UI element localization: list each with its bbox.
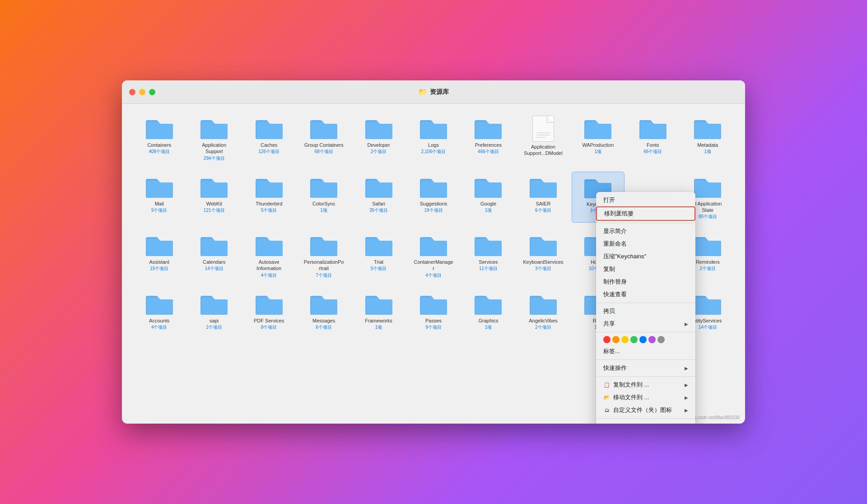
file-item[interactable]: Mail5个项目 [133,172,186,223]
context-menu-item[interactable]: 显示简介 [596,225,695,238]
file-item[interactable]: Passes9个项目 [407,289,460,333]
color-dot[interactable] [630,336,638,343]
context-menu-item[interactable]: 共享▶ [596,317,695,330]
context-menu-item[interactable]: 移到废纸篓 [596,206,695,221]
file-item[interactable]: Preferences466个项目 [462,113,515,164]
context-menu-item[interactable]: 制作替身 [596,275,695,288]
color-dot[interactable] [603,336,611,343]
context-menu-item[interactable]: 拷贝 [596,305,695,317]
file-count: 15个项目 [150,266,168,272]
folder-icon: 🗂 [603,406,611,414]
context-menu-item-label: 打开 [603,196,615,204]
folder-icon [419,174,448,199]
context-menu-item[interactable]: 标签... [596,345,695,358]
file-item[interactable]: Services11个项目 [462,230,515,281]
file-item[interactable] [407,341,460,346]
folder-icon [474,116,503,140]
file-count: 2个项目 [371,149,387,155]
file-item[interactable]: ColorSync1项 [297,172,350,223]
submenu-arrow-icon: ▶ [685,408,688,413]
file-item[interactable]: KeyboardServices3个项目 [517,230,569,281]
file-count: 8个项目 [261,324,277,331]
file-item[interactable]: PersonalizationPortrait7个项目 [297,230,350,281]
file-name: Suggestions [420,201,447,207]
file-item[interactable]: PDF Services8个项目 [242,289,295,333]
file-name: Messages [312,317,335,324]
folder-icon [529,291,558,316]
color-dot[interactable] [639,336,647,343]
color-dot[interactable] [657,336,665,343]
file-item[interactable]: sapi2个项目 [187,289,240,333]
folder-icon [145,116,174,140]
file-item[interactable]: AngelicVibes2个项目 [517,289,569,333]
file-item[interactable]: Assistant15个项目 [133,230,186,281]
folder-icon [529,233,558,257]
context-menu-item[interactable]: 压缩"Keychains" [596,250,695,263]
context-menu-item[interactable]: 🗂自定义文件（夹）图标▶ [596,404,695,416]
file-name: SAIER [536,201,550,207]
file-count: 7个项目 [316,272,332,279]
context-menu-item[interactable]: 快速查看 [596,288,695,301]
context-menu-item[interactable]: 快速操作▶ [596,362,695,374]
file-item[interactable] [517,341,569,346]
context-menu-item[interactable]: ✂️剪切 [596,420,695,424]
file-item[interactable]: Fonts66个项目 [626,113,679,164]
file-item[interactable]: Metadata1项 [681,113,734,164]
context-menu-item[interactable]: 📂移动文件到 ...▶ [596,391,695,404]
file-item[interactable]: Group Containers68个项目 [297,113,350,164]
file-item[interactable]: Graphics1项 [462,289,515,333]
folder-icon [255,233,284,257]
folder-icon-title: 📁 [418,88,427,96]
file-item[interactable]: WebKit121个项目 [187,172,240,223]
close-button[interactable] [129,89,135,95]
file-name: Application Support [194,142,234,155]
file-item[interactable]: Trial5个项目 [352,230,405,281]
maximize-button[interactable] [149,89,155,95]
context-menu-item-label: 移动文件到 ... [613,393,649,401]
file-item[interactable] [462,341,515,346]
file-item[interactable] [187,341,240,346]
file-count: 5个项目 [371,266,387,272]
file-count: 2个项目 [699,266,716,272]
file-item[interactable]: WAProduction1项 [572,113,625,164]
folder-icon [583,116,612,140]
file-item[interactable]: Accounts4个项目 [133,289,186,333]
context-menu-item[interactable]: 打开 [596,194,695,206]
file-item[interactable] [352,341,405,346]
file-item[interactable]: Developer2个项目 [352,113,405,164]
context-menu-item[interactable]: 复制 [596,263,695,275]
copy-icon: 📋 [603,381,611,388]
file-item[interactable]: Logs2,106个项目 [407,113,460,164]
context-menu-item-label: 快速操作 [603,364,627,372]
file-item[interactable]: Autosave Information4个项目 [242,230,295,281]
file-name: AngelicVibes [529,317,557,324]
file-item[interactable] [133,341,186,346]
file-item[interactable]: Caches126个项目 [242,113,295,164]
color-dot[interactable] [621,336,629,343]
context-menu-item[interactable]: 重新命名 [596,238,695,250]
file-item[interactable]: ContainerManager4个项目 [407,230,460,281]
minimize-button[interactable] [139,89,145,95]
file-count: 11个项目 [479,266,498,272]
file-item[interactable]: Application Support...DModel [517,113,569,164]
folder-icon [200,116,228,140]
file-item[interactable]: Messages6个项目 [297,289,350,333]
file-item[interactable]: Google1项 [462,172,515,223]
file-item[interactable]: Safari35个项目 [352,172,405,223]
file-item[interactable]: Containers408个项目 [133,113,186,164]
file-item[interactable]: Thunderbird5个项目 [242,172,295,223]
folder-icon [364,233,393,257]
file-item[interactable]: Application Support294个项目 [187,113,240,164]
file-item[interactable] [297,341,350,346]
color-dot[interactable] [612,336,620,343]
file-item[interactable]: SAIER6个项目 [517,172,569,223]
file-item[interactable]: Frameworks1项 [352,289,405,333]
doc-icon [532,116,554,142]
file-name: Reminders [696,259,720,265]
context-menu-item[interactable]: 📋复制文件到 ...▶ [596,378,695,391]
file-item[interactable] [242,341,295,346]
file-count: 14个项目 [205,266,224,272]
file-item[interactable]: Suggestions19个项目 [407,172,460,223]
file-item[interactable]: Calendars14个项目 [187,230,240,281]
color-dot[interactable] [648,336,656,343]
